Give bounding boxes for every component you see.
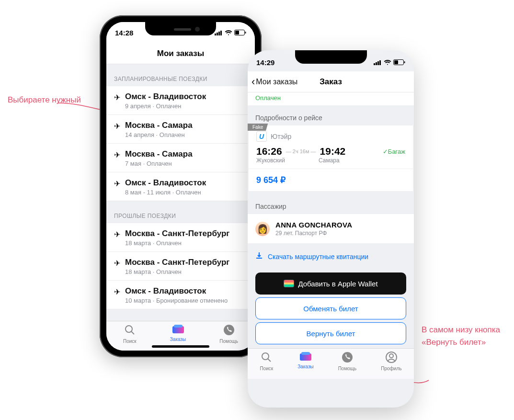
- tab-label: Поиск: [123, 339, 137, 344]
- plane-icon: ✈: [114, 93, 120, 102]
- route-label: Москва - Санкт-Петербург: [125, 258, 229, 267]
- tabbar: Поиск Заказы Помощь Профиль: [248, 348, 414, 379]
- svg-line-20: [268, 359, 271, 362]
- svg-point-19: [262, 353, 269, 360]
- section-past-header: ПРОШЛЫЕ ПОЕЗДКИ: [106, 201, 255, 223]
- order-row[interactable]: ✈ Москва - Самара 14 апреля · Оплачен: [106, 115, 255, 144]
- price: 9 654 ₽: [249, 169, 413, 191]
- chevron-left-icon: ‹: [251, 76, 255, 88]
- nav-header: ‹ Мои заказы Заказ: [248, 71, 414, 92]
- route-sub: 18 марта · Оплачен: [125, 268, 229, 275]
- search-icon: [261, 352, 272, 365]
- arr-time: 19:42: [320, 146, 346, 157]
- status-right: [215, 29, 246, 37]
- plane-icon: ✈: [114, 122, 120, 131]
- nav-header: Мои заказы: [106, 43, 255, 64]
- nav-title: Заказ: [320, 77, 342, 87]
- tab-label: Поиск: [260, 366, 274, 371]
- flight-details-header: Подробности о рейсе: [248, 105, 414, 125]
- plane-icon: ✈: [114, 150, 120, 159]
- svg-rect-3: [220, 31, 222, 35]
- passenger-header: Пассажир: [248, 191, 414, 214]
- airline-row: U Ютэйр: [249, 125, 413, 144]
- route-sub: 18 марта · Оплачен: [125, 239, 229, 247]
- paid-status: Оплачен: [248, 92, 414, 105]
- signal-icon: [215, 29, 223, 37]
- status-time: 14:29: [256, 58, 274, 67]
- apple-wallet-button[interactable]: Добавить в Apple Wallet: [255, 272, 406, 295]
- phone-icon: [342, 352, 353, 365]
- exchange-ticket-button[interactable]: Обменять билет: [255, 297, 406, 319]
- svg-rect-5: [235, 31, 239, 34]
- svg-rect-15: [379, 60, 381, 65]
- route-sub: 10 марта · Бронирование отменено: [125, 297, 228, 304]
- wallet-label: Добавить в Apple Wallet: [298, 280, 377, 288]
- order-row[interactable]: ✈ Москва - Самара 7 мая · Оплачен: [106, 144, 255, 172]
- svg-rect-17: [394, 60, 398, 64]
- route-sub: 14 апреля · Оплачен: [125, 131, 193, 138]
- status-right: [374, 58, 405, 67]
- route-label: Москва - Самара: [125, 149, 193, 159]
- orders-icon: [299, 352, 312, 363]
- arr-city: Самара: [319, 157, 340, 164]
- tab-label: Заказы: [297, 364, 313, 369]
- battery-icon: [393, 58, 405, 67]
- profile-icon: [386, 352, 397, 365]
- wallet-icon: [284, 280, 294, 287]
- tab-label: Помощь: [338, 366, 357, 371]
- passenger-card[interactable]: 👩 ANNA GONCHAROVA 29 лет. Паспорт РФ: [248, 214, 414, 243]
- passenger-sub: 29 лет. Паспорт РФ: [275, 230, 352, 237]
- tab-help[interactable]: Помощь: [338, 352, 357, 379]
- order-row[interactable]: ✈ Омск - Владивосток 10 марта · Брониров…: [106, 281, 255, 309]
- route-label: Москва - Санкт-Петербург: [125, 229, 229, 238]
- avatar-icon: 👩: [255, 222, 270, 236]
- dep-time: 16:26: [256, 146, 282, 157]
- phone-icon: [223, 324, 235, 338]
- route-sub: 9 апреля · Оплачен: [125, 102, 206, 110]
- luggage-badge: ✓Багаж: [383, 148, 405, 155]
- home-indicator: [152, 345, 209, 348]
- order-row[interactable]: ✈ Омск - Владивосток 8 мая - 11 июля · О…: [106, 172, 255, 201]
- tab-orders[interactable]: Заказы: [170, 324, 186, 342]
- plane-icon: ✈: [114, 179, 120, 188]
- exchange-label: Обменять билет: [303, 305, 358, 313]
- tab-label: Помощь: [219, 339, 238, 344]
- tab-help[interactable]: Помощь: [219, 324, 238, 344]
- tab-orders[interactable]: Заказы: [297, 352, 313, 379]
- notch: [145, 22, 216, 35]
- orders-icon: [172, 324, 184, 336]
- phone-right-screen: 14:29 ‹ Мои заказы Заказ Оплачен Подробн…: [248, 50, 414, 408]
- order-row[interactable]: ✈ Омск - Владивосток 9 апреля · Оплачен: [106, 86, 255, 115]
- dep-city: Жуковский: [256, 157, 285, 164]
- svg-rect-18: [404, 61, 405, 63]
- order-row[interactable]: ✈ Москва - Санкт-Петербург 18 марта · Оп…: [106, 252, 255, 281]
- svg-rect-13: [376, 62, 377, 65]
- tab-search[interactable]: Поиск: [260, 352, 274, 379]
- svg-rect-2: [218, 32, 220, 35]
- wifi-icon: [225, 29, 232, 37]
- flight-card[interactable]: Fake U Ютэйр 16:26 — 2ч 16м — 19:42 ✓Баг…: [249, 125, 413, 191]
- airline-name: Ютэйр: [271, 133, 291, 140]
- order-row[interactable]: ✈ Москва - Санкт-Петербург 18 марта · Оп…: [106, 223, 255, 252]
- svg-rect-0: [215, 34, 216, 35]
- download-label: Скачать маршрутные квитанции: [268, 253, 368, 261]
- svg-rect-12: [374, 63, 375, 65]
- notch: [295, 50, 367, 64]
- svg-rect-22: [301, 352, 310, 355]
- tab-search[interactable]: Поиск: [123, 324, 137, 344]
- return-ticket-button[interactable]: Вернуть билет: [255, 322, 406, 344]
- svg-rect-14: [377, 61, 379, 65]
- duration: — 2ч 16м —: [286, 148, 316, 154]
- svg-rect-6: [245, 32, 246, 34]
- back-button[interactable]: ‹ Мои заказы: [251, 76, 297, 88]
- return-label: Вернуть билет: [307, 329, 355, 338]
- time-row: 16:26 — 2ч 16м — 19:42 ✓Багаж: [249, 144, 413, 157]
- svg-rect-10: [174, 325, 183, 328]
- download-receipts-link[interactable]: Скачать маршрутные квитанции: [248, 243, 414, 270]
- annotation-right: В самом низу кнопка «Вернуть билет»: [422, 324, 503, 348]
- tab-profile[interactable]: Профиль: [381, 352, 401, 379]
- phone-left-frame: 14:28 Мои заказы ЗАПЛАНИРОВАННЫЕ ПОЕЗДКИ…: [100, 15, 262, 357]
- plane-icon: ✈: [114, 259, 120, 268]
- city-row: Жуковский Самара: [249, 157, 413, 169]
- svg-point-7: [126, 326, 132, 332]
